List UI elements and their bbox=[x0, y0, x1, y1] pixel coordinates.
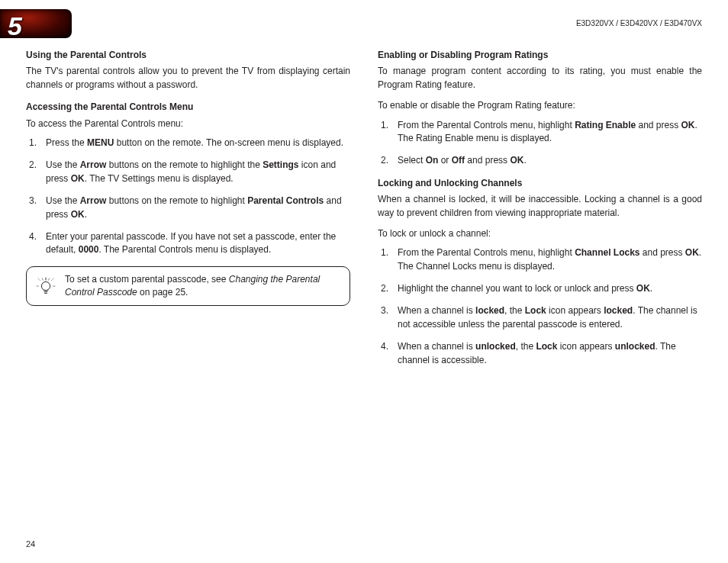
list-item: From the Parental Controls menu, highlig… bbox=[378, 119, 702, 146]
list-item: Highlight the channel you want to lock o… bbox=[378, 282, 702, 295]
svg-point-0 bbox=[41, 282, 50, 290]
list-item: Select On or Off and press OK. bbox=[378, 154, 702, 167]
list-item: Use the Arrow buttons on the remote to h… bbox=[26, 159, 350, 185]
model-line: E3D320VX / E3D420VX / E3D470VX bbox=[576, 9, 702, 30]
list-item: From the Parental Controls menu, highlig… bbox=[378, 246, 702, 273]
chapter-badge: 5 bbox=[0, 9, 72, 38]
tip-text: To set a custom parental passcode, see C… bbox=[65, 274, 320, 298]
page-number: 24 bbox=[26, 539, 35, 551]
lead-text: To lock or unlock a channel: bbox=[378, 227, 702, 240]
list-item: When a channel is locked, the Lock icon … bbox=[378, 304, 702, 331]
list-item: Use the Arrow buttons on the remote to h… bbox=[26, 195, 350, 221]
heading-channel-locks: Locking and Unlocking Channels bbox=[378, 177, 702, 190]
svg-line-7 bbox=[48, 278, 49, 281]
content-columns: Using the Parental Controls The TV's par… bbox=[0, 38, 728, 376]
chapter-number: 5 bbox=[8, 8, 22, 45]
left-column: Using the Parental Controls The TV's par… bbox=[26, 49, 350, 376]
lead-text: To access the Parental Controls menu: bbox=[26, 117, 350, 130]
svg-line-4 bbox=[38, 278, 40, 281]
steps-channel-locks: From the Parental Controls menu, highlig… bbox=[378, 246, 702, 367]
tip-callout: To set a custom parental passcode, see C… bbox=[26, 266, 350, 307]
right-column: Enabling or Disabling Program Ratings To… bbox=[378, 49, 702, 376]
lead-text: To enable or disable the Program Rating … bbox=[378, 99, 702, 112]
lightbulb-icon bbox=[34, 275, 57, 298]
steps-program-rating: From the Parental Controls menu, highlig… bbox=[378, 119, 702, 168]
heading-accessing-menu: Accessing the Parental Controls Menu bbox=[26, 101, 350, 114]
heading-parental-controls: Using the Parental Controls bbox=[26, 49, 350, 62]
body-text: When a channel is locked, it will be ina… bbox=[378, 193, 702, 220]
list-item: Enter your parental passcode. If you hav… bbox=[26, 230, 350, 257]
page-header: 5 E3D320VX / E3D420VX / E3D470VX bbox=[0, 0, 728, 38]
body-text: To manage program content according to i… bbox=[378, 65, 702, 92]
list-item: When a channel is unlocked, the Lock ico… bbox=[378, 340, 702, 367]
steps-access-menu: Press the MENU button on the remote. The… bbox=[26, 137, 350, 257]
heading-program-ratings: Enabling or Disabling Program Ratings bbox=[378, 49, 702, 62]
svg-line-5 bbox=[52, 278, 54, 281]
list-item: Press the MENU button on the remote. The… bbox=[26, 137, 350, 150]
intro-paragraph: The TV's parental controls allow you to … bbox=[26, 65, 350, 92]
svg-line-6 bbox=[42, 278, 43, 281]
